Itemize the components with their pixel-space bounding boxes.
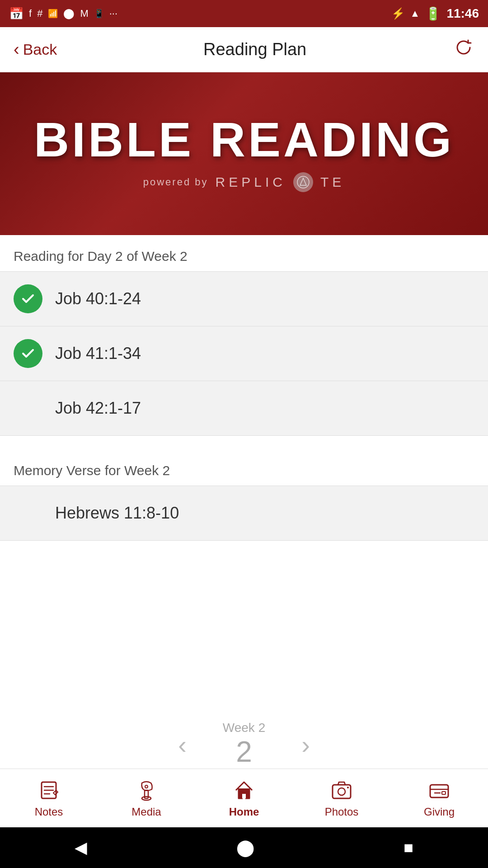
tab-media-label: Media — [131, 806, 161, 818]
banner-subtitle: powered by REPLIC TE — [143, 172, 345, 192]
tab-media[interactable]: Media — [98, 778, 195, 818]
check-circle-2 — [14, 339, 42, 368]
brand-text-2: TE — [320, 175, 345, 190]
tab-giving-label: Giving — [424, 806, 455, 818]
memory-verse-section-label: Memory Verse for Week 2 — [0, 449, 488, 486]
reading-item-3[interactable]: Job 42:1-17 — [0, 381, 488, 436]
reading-text-3: Job 42:1-17 — [55, 399, 141, 418]
empty-circle-3 — [14, 394, 42, 423]
system-nav-bar: ◀ ⬤ ■ — [0, 827, 488, 868]
header: ‹ Back Reading Plan — [0, 27, 488, 72]
memory-verse-text: Hebrews 11:8-10 — [55, 504, 179, 523]
sys-recents-button[interactable]: ■ — [390, 834, 427, 862]
reading-text-2: Job 41:1-34 — [55, 344, 141, 363]
svg-rect-7 — [145, 790, 148, 798]
back-arrow-icon: ‹ — [14, 40, 19, 59]
tab-giving[interactable]: Giving — [390, 778, 488, 818]
memory-verse-item[interactable]: Hebrews 11:8-10 — [0, 486, 488, 541]
tab-bar: Notes Media Home Photos — [0, 769, 488, 827]
banner: BIBLE READING powered by REPLIC TE — [0, 72, 488, 235]
time-display: 11:46 — [446, 6, 479, 21]
tab-home-label: Home — [229, 806, 259, 818]
brand-text: REPLIC — [216, 175, 286, 190]
svg-rect-13 — [430, 785, 448, 797]
tab-notes[interactable]: Notes — [0, 778, 98, 818]
reading-item-2[interactable]: Job 41:1-34 — [0, 326, 488, 381]
photos-icon — [330, 778, 353, 802]
phone-icon: 📱 — [94, 9, 104, 19]
tab-notes-label: Notes — [35, 806, 63, 818]
main-content: Reading for Day 2 of Week 2 Job 40:1-24 … — [0, 235, 488, 541]
calendar-icon: 📅 — [9, 7, 23, 21]
notes-icon — [37, 778, 61, 802]
circle-icon: ⬤ — [63, 8, 75, 19]
tab-home[interactable]: Home — [195, 778, 293, 818]
brand-logo — [293, 172, 313, 192]
tab-photos[interactable]: Photos — [293, 778, 390, 818]
status-bar: 📅 f # 📶 ⬤ M 📱 ··· ⚡ ▲ 🔋 11:46 — [0, 0, 488, 27]
powered-by-text: powered by — [143, 176, 208, 188]
reading-text-1: Job 40:1-24 — [55, 289, 141, 308]
battery-icon: 🔋 — [425, 6, 441, 21]
sys-home-button[interactable]: ⬤ — [223, 834, 268, 862]
status-bar-left: 📅 f # 📶 ⬤ M 📱 ··· — [9, 7, 117, 21]
section-gap — [0, 436, 488, 449]
next-week-button[interactable]: › — [292, 726, 319, 764]
reading-section-label: Reading for Day 2 of Week 2 — [0, 235, 488, 271]
banner-title: BIBLE READING — [34, 115, 454, 164]
svg-rect-9 — [242, 794, 246, 798]
status-bar-right: ⚡ ▲ 🔋 11:46 — [391, 6, 479, 21]
check-circle-1 — [14, 284, 42, 313]
week-label-text: Week 2 — [223, 721, 265, 735]
empty-circle-memory — [14, 499, 42, 528]
page-title: Reading Plan — [203, 40, 306, 59]
week-number: 2 — [236, 735, 252, 769]
signal-icon: 📶 — [48, 9, 58, 19]
prev-week-button[interactable]: ‹ — [169, 726, 196, 764]
svg-point-8 — [145, 785, 148, 788]
giving-icon — [427, 778, 451, 802]
back-button[interactable]: ‹ Back — [14, 40, 57, 59]
svg-point-11 — [338, 788, 345, 795]
svg-point-12 — [347, 787, 349, 788]
bluetooth-icon: ⚡ — [391, 7, 405, 20]
reading-item-1[interactable]: Job 40:1-24 — [0, 271, 488, 326]
dots-icon: ··· — [109, 8, 117, 19]
home-icon — [232, 778, 256, 802]
facebook-icon: f — [29, 8, 32, 19]
back-label: Back — [23, 41, 57, 58]
refresh-icon — [453, 37, 474, 58]
svg-rect-16 — [442, 792, 446, 794]
gmail-icon: M — [80, 8, 88, 19]
tab-photos-label: Photos — [325, 806, 359, 818]
week-label: Week 2 2 — [223, 721, 265, 769]
sys-back-button[interactable]: ◀ — [61, 834, 101, 862]
media-icon — [135, 778, 158, 802]
refresh-button[interactable] — [453, 37, 474, 63]
hashtag-icon: # — [37, 8, 42, 19]
week-navigation: ‹ Week 2 2 › — [0, 721, 488, 769]
wifi-icon: ▲ — [410, 8, 420, 19]
